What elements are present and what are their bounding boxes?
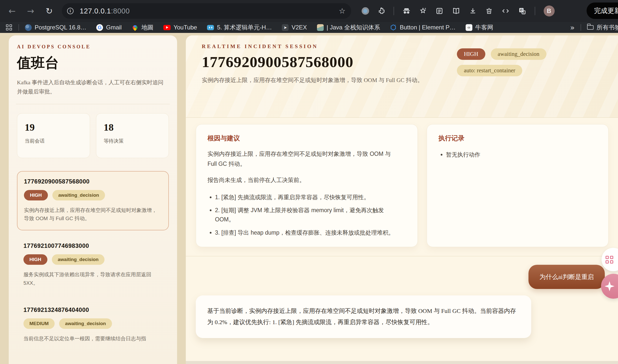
auto-action-badge: auto: restart_container bbox=[457, 65, 522, 76]
session-list-item[interactable]: 1776921007746983000 HIGH awaiting_decisi… bbox=[17, 236, 169, 294]
url-port: :8000 bbox=[111, 7, 130, 15]
bookmark-postgresql[interactable]: PostgreSQL 16.8… bbox=[25, 24, 86, 31]
execution-log-list: 暂无执行动作 bbox=[438, 150, 597, 159]
apps-grid-icon[interactable] bbox=[6, 24, 12, 30]
recommendation-item: 3. [排查] 导出 heap dump，检查缓存膨胀、连接未释放或批处理堆积。 bbox=[215, 228, 400, 237]
site-info-icon[interactable]: i bbox=[65, 6, 75, 16]
severity-badge: MEDIUM bbox=[23, 318, 55, 329]
recommendation-item: 2. [短期] 调整 JVM 堆上限并校验容器 memory limit，避免再… bbox=[215, 206, 400, 224]
incident-badges: HIGH awaiting_decision auto: restart_con… bbox=[457, 48, 562, 76]
java-fullstack-favicon bbox=[317, 24, 324, 31]
toolbar-actions: G文 B bbox=[362, 5, 555, 16]
stat-label: 当前会话 bbox=[25, 138, 82, 144]
diagnosis-card: 根因与建议 实例内存接近上限，应用存在堆空间不足或短时对象激增，导致 OOM 与… bbox=[196, 124, 418, 247]
execution-log-card: 执行记录 暂无执行动作 bbox=[427, 124, 609, 247]
download-icon[interactable] bbox=[469, 7, 477, 15]
url-text[interactable]: 127.0.0.1:8000 bbox=[80, 7, 336, 15]
detail-cards: 根因与建议 实例内存接近上限，应用存在堆空间不足或短时对象激增，导致 OOM 与… bbox=[186, 118, 618, 247]
reading-list-icon[interactable] bbox=[435, 7, 443, 15]
all-bookmarks-folder[interactable]: 所有书签 bbox=[587, 23, 618, 31]
sidebar-kicker: AI DEVOPS CONSOLE bbox=[17, 44, 169, 50]
session-id: 1776920900587568000 bbox=[24, 178, 162, 185]
severity-badge: HIGH bbox=[24, 190, 48, 200]
bookmarks-bar: PostgreSQL 16.8… G Gmail 地圖 YouTube 5. 算… bbox=[0, 22, 618, 33]
gmail-favicon: G bbox=[96, 24, 103, 31]
incident-description: 实例内存接近上限，应用存在堆空间不足或短时对象激增，导致 OOM 与 Full … bbox=[202, 75, 434, 85]
sidebar-title: 值班台 bbox=[17, 54, 169, 73]
bookmark-star-icon[interactable]: ☆ bbox=[339, 7, 346, 15]
assistant-chat-bubble: 基于当前诊断，实例内存接近上限，应用存在堆空间不足或短时对象激增，导致 OOM … bbox=[196, 295, 531, 338]
back-icon[interactable]: ← bbox=[8, 7, 16, 15]
profile-avatar[interactable]: B bbox=[544, 5, 555, 16]
diagnosis-paragraph: 实例内存接近上限，应用存在堆空间不足或短时对象激增，导致 OOM 与 Full … bbox=[207, 149, 397, 169]
session-list-item[interactable]: 1776921324876404000 MEDIUM awaiting_deci… bbox=[17, 300, 169, 350]
bilibili-favicon bbox=[207, 25, 214, 30]
bookmark-v2ex[interactable]: ➤ V2EX bbox=[282, 24, 307, 31]
session-summary: 当前信息不足以定位单一根因，需要继续结合日志与指 bbox=[23, 334, 162, 343]
reload-icon[interactable]: ↻ bbox=[46, 7, 53, 15]
chat-area: 为什么ai判断是重启 基于当前诊断，实例内存接近上限，应用存在堆空间不足或短时对… bbox=[186, 256, 618, 338]
google-maps-favicon bbox=[132, 24, 138, 31]
bookmark-gmail[interactable]: G Gmail bbox=[96, 24, 122, 31]
bookmark-sparkle-icon[interactable] bbox=[419, 7, 427, 15]
translate-icon[interactable]: G文 bbox=[518, 7, 526, 15]
address-bar[interactable]: i 127.0.0.1:8000 ☆ bbox=[62, 3, 351, 19]
sidebar-description: Kafka 事件进入后自动生成诊断会话，人工可在右侧实时追问并做最后审批。 bbox=[17, 78, 169, 96]
bookmarks-separator bbox=[581, 24, 581, 31]
stat-card-active-sessions: 19 当前会话 bbox=[17, 113, 90, 158]
status-badge: awaiting_decision bbox=[52, 254, 105, 265]
folder-icon bbox=[587, 25, 594, 30]
sidebar-divider bbox=[16, 104, 170, 104]
stat-value: 19 bbox=[25, 121, 82, 133]
stat-label: 等待决策 bbox=[104, 138, 161, 144]
status-badge: awaiting_decision bbox=[52, 190, 105, 200]
session-id: 1776921007746983000 bbox=[23, 242, 162, 249]
session-summary: 实例内存接近上限，应用存在堆空间不足或短时对象激增，导致 OOM 与 Full … bbox=[24, 206, 162, 222]
bookmarks-separator bbox=[18, 24, 19, 31]
recommendation-list: 1. [紧急] 先摘流或限流，再重启异常容器，尽快恢复可用性。 2. [短期] … bbox=[207, 193, 406, 237]
session-list-item[interactable]: 1776920900587568000 HIGH awaiting_decisi… bbox=[17, 171, 169, 230]
session-id: 1776921324876404000 bbox=[23, 306, 162, 313]
page-background: AI DEVOPS CONSOLE 值班台 Kafka 事件进入后自动生成诊断会… bbox=[0, 33, 618, 364]
bookmark-element-plus[interactable]: Button | Element P… bbox=[390, 24, 456, 31]
bookmark-nowcoder[interactable]: ‹› 牛客网 bbox=[466, 23, 493, 31]
execution-card-title: 执行记录 bbox=[438, 134, 597, 143]
postgresql-favicon bbox=[25, 24, 32, 31]
svg-text:文: 文 bbox=[522, 11, 525, 14]
youtube-favicon bbox=[163, 25, 171, 30]
user-chat-bubble: 为什么ai判断是重启 bbox=[528, 265, 605, 289]
devtools-code-icon[interactable] bbox=[501, 7, 510, 15]
execution-log-item: 暂无执行动作 bbox=[446, 150, 597, 159]
grid-compare-icon bbox=[606, 256, 613, 264]
stats-row: 19 当前会话 18 等待决策 bbox=[17, 113, 169, 158]
bookmark-youtube[interactable]: YouTube bbox=[163, 24, 197, 31]
session-summary: 服务实例或其下游依赖出现异常，导致请求在应用层返回 5XX。 bbox=[23, 270, 162, 287]
status-badge: awaiting_decision bbox=[491, 48, 546, 60]
bookmark-bilibili[interactable]: 5. 算术逻辑单元-H… bbox=[207, 23, 272, 31]
bookmarks-overflow-chevron[interactable]: » bbox=[570, 23, 575, 32]
bookmark-maps[interactable]: 地圖 bbox=[132, 23, 153, 31]
element-plus-favicon bbox=[390, 24, 397, 31]
forward-icon[interactable]: → bbox=[27, 7, 34, 15]
chat-input-strip[interactable] bbox=[186, 361, 618, 364]
incident-header: REALTIME INCIDENT SESSION 17769209005875… bbox=[186, 35, 618, 118]
tab-media-icon[interactable] bbox=[362, 7, 369, 15]
bookmark-java-fullstack[interactable]: | Java 全栈知识体系 bbox=[317, 23, 380, 31]
stat-card-awaiting-decision: 18 等待决策 bbox=[96, 113, 169, 158]
extensions-icon[interactable] bbox=[378, 7, 385, 15]
nowcoder-favicon: ‹› bbox=[466, 24, 472, 31]
chrome-update-button[interactable]: 完成更新 bbox=[587, 2, 618, 19]
trash-icon[interactable] bbox=[485, 7, 493, 15]
sparkle-icon bbox=[605, 281, 615, 291]
browser-toolbar: ← → ↻ i 127.0.0.1:8000 ☆ bbox=[0, 0, 618, 22]
url-host: 127.0.0.1 bbox=[80, 7, 111, 15]
bookmarks-overflow-area: » 所有书签 bbox=[570, 22, 618, 33]
main-panel: REALTIME INCIDENT SESSION 17769209005875… bbox=[186, 35, 618, 364]
severity-badge: HIGH bbox=[457, 48, 485, 60]
reading-mode-book-icon[interactable] bbox=[452, 7, 460, 15]
recommendation-item: 1. [紧急] 先摘流或限流，再重启异常容器，尽快恢复可用性。 bbox=[215, 193, 400, 202]
status-badge: awaiting_decision bbox=[59, 318, 112, 329]
incognito-icon[interactable] bbox=[403, 7, 411, 15]
v2ex-favicon: ➤ bbox=[282, 24, 289, 31]
toolbar-separator bbox=[394, 7, 394, 15]
